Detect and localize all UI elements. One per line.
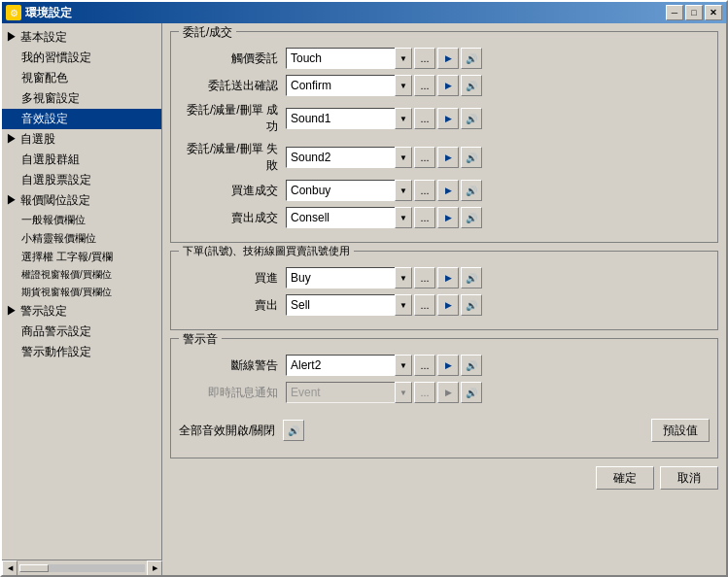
minimize-button[interactable]: ─: [666, 5, 683, 20]
alert-sound-section-content: 斷線警告 Alert2 ▼ ... ▶ 🔊: [179, 355, 710, 403]
success-entrust-speaker-button[interactable]: 🔊: [461, 108, 482, 129]
scroll-right-button[interactable]: ▶: [147, 560, 162, 576]
confirm-entrust-speaker-button[interactable]: 🔊: [461, 75, 482, 96]
sell-deal-row: 賣出成交 Consell ▼ ... ▶ 🔊: [179, 207, 710, 228]
sidebar-item-product-alert[interactable]: 商品警示設定: [2, 322, 161, 342]
disconnect-alert-ellipsis-button[interactable]: ...: [414, 355, 435, 376]
entrust-section-content: 觸價委託 Touch ▼ ... ▶ 🔊: [179, 48, 710, 228]
sidebar-item-window-color[interactable]: 視窗配色: [2, 68, 161, 88]
touch-entrust-play-button[interactable]: ▶: [437, 48, 459, 69]
confirm-entrust-select[interactable]: Confirm: [286, 75, 412, 96]
sell-deal-select[interactable]: Consell: [286, 207, 412, 228]
sidebar-item-basic[interactable]: ▶ 基本設定: [2, 27, 161, 48]
buy-signal-select[interactable]: Buy: [286, 267, 412, 288]
event-notify-dropdown-wrapper: Event ▼: [286, 382, 412, 403]
sidebar-item-watchlist-stock[interactable]: 自選股票設定: [2, 170, 161, 190]
sidebar-item-multi-window[interactable]: 多視窗設定: [2, 88, 161, 109]
buy-deal-row: 買進成交 Conbuy ▼ ... ▶ 🔊: [179, 180, 710, 201]
fail-entrust-controls: Sound2 ▼ ... ▶ 🔊: [286, 147, 482, 168]
scroll-left-button[interactable]: ◀: [2, 560, 17, 576]
sidebar-item-my-settings[interactable]: 我的習慣設定: [2, 48, 161, 68]
titlebar-buttons: ─ □ ✕: [666, 5, 722, 20]
disconnect-alert-speaker-button[interactable]: 🔊: [461, 355, 482, 376]
sidebar-item-general-quote[interactable]: 一般報價欄位: [2, 211, 161, 229]
sell-signal-play-button[interactable]: ▶: [437, 294, 459, 316]
success-entrust-dropdown-arrow[interactable]: ▼: [395, 108, 412, 129]
sell-deal-label: 賣出成交: [179, 210, 286, 226]
fail-entrust-row: 委託/減量/刪單 失敗 Sound2 ▼ ... ▶ 🔊: [179, 141, 710, 174]
buy-deal-ellipsis-button[interactable]: ...: [414, 180, 435, 201]
sell-deal-play-button[interactable]: ▶: [437, 207, 459, 228]
confirm-entrust-dropdown-arrow[interactable]: ▼: [395, 75, 412, 96]
sidebar-item-watchlist-group[interactable]: 自選股群組: [2, 150, 161, 170]
touch-entrust-ellipsis-button[interactable]: ...: [414, 48, 435, 69]
sell-signal-ellipsis-button[interactable]: ...: [414, 294, 435, 316]
all-sound-speaker-button[interactable]: 🔊: [283, 420, 304, 441]
disconnect-alert-select[interactable]: Alert2: [286, 355, 412, 376]
window-icon: ⚙: [6, 5, 21, 20]
sell-deal-speaker-button[interactable]: 🔊: [461, 207, 482, 228]
sidebar-item-futures-quote[interactable]: 期貨視窗報價/買欄位: [2, 284, 161, 301]
event-notify-select[interactable]: Event: [286, 382, 412, 403]
titlebar: ⚙ 環境設定 ─ □ ✕: [2, 2, 726, 23]
sell-signal-speaker-button[interactable]: 🔊: [461, 294, 482, 316]
success-entrust-select[interactable]: Sound1: [286, 108, 412, 129]
disconnect-alert-play-button[interactable]: ▶: [437, 355, 459, 376]
sell-deal-dropdown-wrapper: Consell ▼: [286, 207, 412, 228]
fail-entrust-dropdown-arrow[interactable]: ▼: [395, 147, 412, 168]
order-signal-section-content: 買進 Buy ▼ ... ▶ 🔊: [179, 267, 710, 316]
sidebar-item-warrant-window[interactable]: 權證視窗報價/買欄位: [2, 266, 161, 284]
confirm-entrust-ellipsis-button[interactable]: ...: [414, 75, 435, 96]
event-notify-play-button[interactable]: ▶: [437, 382, 459, 403]
default-button[interactable]: 預設值: [651, 419, 710, 442]
buy-deal-speaker-button[interactable]: 🔊: [461, 180, 482, 201]
sidebar-item-warrant-quote[interactable]: 選擇權 工字報/買欄: [2, 248, 161, 266]
success-entrust-play-button[interactable]: ▶: [437, 108, 459, 129]
fail-entrust-speaker-button[interactable]: 🔊: [461, 147, 482, 168]
sidebar-item-mini-quote[interactable]: 小精靈報價欄位: [2, 229, 161, 248]
main-panel: 委託/成交 觸價委託 Touch ▼ ...: [162, 23, 726, 575]
cancel-button[interactable]: 取消: [660, 466, 718, 490]
disconnect-alert-dropdown-arrow[interactable]: ▼: [395, 355, 412, 376]
sell-signal-select[interactable]: Sell: [286, 294, 412, 316]
sidebar-item-sound-settings[interactable]: 音效設定: [2, 109, 161, 129]
scroll-track: [19, 564, 145, 572]
buy-signal-controls: Buy ▼ ... ▶ 🔊: [286, 267, 482, 288]
event-notify-speaker-button[interactable]: 🔊: [461, 382, 482, 403]
buy-deal-play-button[interactable]: ▶: [437, 180, 459, 201]
main-window: ⚙ 環境設定 ─ □ ✕ ▶ 基本設定 我的習慣設定 視窗配色 多視窗設定 音效…: [0, 0, 728, 577]
buy-deal-dropdown-arrow[interactable]: ▼: [395, 180, 412, 201]
touch-entrust-dropdown-arrow[interactable]: ▼: [395, 48, 412, 69]
sidebar-item-alert-action[interactable]: 警示動作設定: [2, 342, 161, 362]
buy-deal-controls: Conbuy ▼ ... ▶ 🔊: [286, 180, 482, 201]
touch-entrust-controls: Touch ▼ ... ▶ 🔊: [286, 48, 482, 69]
close-button[interactable]: ✕: [705, 5, 722, 20]
sell-deal-ellipsis-button[interactable]: ...: [414, 207, 435, 228]
success-entrust-controls: Sound1 ▼ ... ▶ 🔊: [286, 108, 482, 129]
confirm-entrust-controls: Confirm ▼ ... ▶ 🔊: [286, 75, 482, 96]
buy-deal-select[interactable]: Conbuy: [286, 180, 412, 201]
fail-entrust-select[interactable]: Sound2: [286, 147, 412, 168]
touch-entrust-label: 觸價委託: [179, 51, 286, 67]
ok-button[interactable]: 確定: [596, 466, 654, 490]
buy-signal-speaker-button[interactable]: 🔊: [461, 267, 482, 288]
content-area: ▶ 基本設定 我的習慣設定 視窗配色 多視窗設定 音效設定 ▶ 自選股 自選股群…: [2, 23, 726, 575]
sell-deal-dropdown-arrow[interactable]: ▼: [395, 207, 412, 228]
buy-signal-play-button[interactable]: ▶: [437, 267, 459, 288]
touch-entrust-select[interactable]: Touch: [286, 48, 412, 69]
touch-entrust-speaker-button[interactable]: 🔊: [461, 48, 482, 69]
sell-signal-dropdown-arrow[interactable]: ▼: [395, 294, 412, 316]
buy-signal-dropdown-arrow[interactable]: ▼: [395, 267, 412, 288]
sidebar-item-watchlist[interactable]: ▶ 自選股: [2, 129, 161, 150]
fail-entrust-ellipsis-button[interactable]: ...: [414, 147, 435, 168]
sidebar-item-alert-settings[interactable]: ▶ 警示設定: [2, 301, 161, 322]
success-entrust-ellipsis-button[interactable]: ...: [414, 108, 435, 129]
scroll-thumb[interactable]: [19, 564, 49, 572]
fail-entrust-dropdown-wrapper: Sound2 ▼: [286, 147, 412, 168]
maximize-button[interactable]: □: [685, 5, 703, 20]
confirm-entrust-play-button[interactable]: ▶: [437, 75, 459, 96]
sidebar-scrollbar[interactable]: ◀ ▶: [2, 560, 162, 575]
fail-entrust-play-button[interactable]: ▶: [437, 147, 459, 168]
buy-signal-ellipsis-button[interactable]: ...: [414, 267, 435, 288]
sidebar-item-quote-threshold[interactable]: ▶ 報價閾位設定: [2, 190, 161, 211]
